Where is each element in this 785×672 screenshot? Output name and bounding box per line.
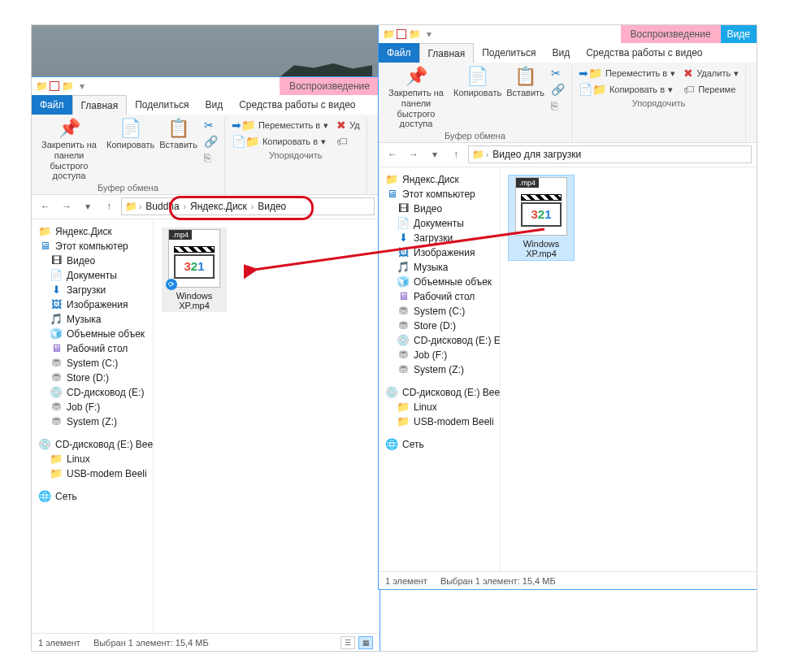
tree-item[interactable]: ⛃System (Z:) — [379, 362, 500, 377]
drag-arrow-annotation — [244, 219, 553, 284]
moveto-button[interactable]: ➡📁Переместить в ▾ — [577, 66, 677, 80]
up-button[interactable]: ↑ — [100, 197, 118, 215]
tree-item[interactable]: ⛃System (Z:) — [32, 414, 153, 429]
tab-home[interactable]: Главная — [419, 43, 475, 63]
up-button[interactable]: ↑ — [447, 145, 465, 163]
tree-item[interactable]: ⛃Store (D:) — [32, 371, 153, 385]
folder-icon: 📁 — [125, 201, 137, 212]
tree-item[interactable]: 📁Яндекс.Диск — [379, 172, 500, 187]
tree-item[interactable]: ⛃System (C:) — [32, 356, 153, 371]
context-tab-playback[interactable]: Воспроизведение — [280, 77, 379, 95]
shortcut-icon: ⎘ — [551, 99, 557, 112]
tree-item[interactable]: 📁Linux — [32, 452, 153, 466]
tree-item[interactable]: 📁USB-modem Beeli — [32, 466, 153, 481]
tree-item[interactable]: 💿CD-дисковод (E:) — [32, 385, 153, 400]
qat-btn[interactable] — [397, 29, 406, 39]
paste-button[interactable]: 📋Вставить — [506, 66, 544, 98]
tab-file[interactable]: Файл — [32, 95, 72, 115]
tree-item[interactable]: 🧊Объемные объек — [32, 327, 153, 341]
tree-item-icon: 📁 — [50, 467, 63, 480]
tree-item[interactable]: 🖥Рабочий стол — [32, 341, 153, 356]
group-label: Упорядочить — [269, 150, 322, 160]
forward-button[interactable]: → — [58, 197, 76, 215]
tab-view[interactable]: Вид — [197, 95, 231, 115]
rename-button[interactable]: 🏷Переиме — [682, 82, 740, 97]
tree-item[interactable]: ⛃Job (F:) — [32, 400, 153, 414]
pin-button[interactable]: 📌Закрепить на панели быстрого доступа — [37, 118, 102, 181]
dropdown-icon[interactable]: ▾ — [76, 80, 89, 93]
tab-videotools[interactable]: Средства работы с видео — [578, 43, 710, 63]
pasteshortcut-button[interactable]: ⎘ — [549, 98, 566, 113]
titlebar[interactable]: 📁 📁 ▾ Воспроизведение — [32, 77, 379, 95]
address-bar[interactable]: 📁 › Видео для загрузки — [468, 145, 752, 163]
dropdown-icon[interactable]: ▾ — [423, 28, 436, 41]
tree-item[interactable]: ⬇Загрузки — [32, 283, 153, 297]
tree-item[interactable]: 💿CD-дисковод (E:) Bee — [379, 385, 500, 400]
tree-item[interactable]: 🎵Музыка — [32, 312, 153, 327]
copyto-button[interactable]: 📄📁Копировать в ▾ — [577, 82, 677, 97]
tab-home[interactable]: Главная — [72, 95, 128, 115]
tree-item[interactable]: 🌐Сеть — [32, 489, 153, 504]
tree-item[interactable]: ⛃Store (D:) — [379, 319, 500, 333]
tree-item-icon: ⛃ — [50, 371, 63, 384]
sync-overlay-icon: ⟳ — [166, 279, 177, 290]
back-button[interactable]: ← — [384, 145, 401, 163]
tree-item-icon: 🎞 — [397, 202, 410, 215]
delete-button[interactable]: ✖Удалить ▾ — [682, 66, 740, 80]
pasteshortcut-button[interactable]: ⎘ — [202, 150, 219, 165]
tree-item[interactable]: 🖥Этот компьютер — [379, 187, 500, 202]
rename-button[interactable]: 🏷 — [335, 134, 362, 149]
crumb[interactable]: Видео для загрузки — [490, 149, 583, 160]
tree-item[interactable]: 🎞Видео — [379, 202, 500, 216]
tree-view[interactable]: 📁Яндекс.Диск🖥Этот компьютер🎞Видео📄Докуме… — [32, 219, 154, 633]
tree-item[interactable]: 💿CD-дисковод (E:) E — [379, 333, 500, 348]
titlebar[interactable]: 📁 📁 ▾ Воспроизведение Виде — [379, 25, 757, 43]
tree-item[interactable]: 🖥Рабочий стол — [379, 289, 500, 304]
tab-share[interactable]: Поделиться — [127, 95, 197, 115]
tab-share[interactable]: Поделиться — [474, 43, 544, 63]
tree-item[interactable]: 💿CD-дисковод (E:) Bee — [32, 437, 153, 452]
view-icons-button[interactable]: ▦ — [358, 636, 373, 649]
tree-item-icon: 📁 — [50, 453, 63, 466]
copy-button[interactable]: 📄Копировать — [106, 118, 154, 150]
tab-videotools[interactable]: Средства работы с видео — [231, 95, 363, 115]
moveto-icon: ➡📁 — [232, 119, 255, 132]
tree-item[interactable]: 🌐Сеть — [379, 437, 500, 452]
tree-item-label: Документы — [67, 270, 117, 281]
tree-item[interactable]: ⛃System (C:) — [379, 304, 500, 319]
copyto-button[interactable]: 📄📁Копировать в ▾ — [230, 134, 330, 149]
file-item[interactable]: .mp4 321 ⟳ Windows XP.mp4 — [162, 228, 227, 312]
tree-item[interactable]: 🎞Видео — [32, 254, 153, 268]
context-tab-playback[interactable]: Воспроизведение — [621, 25, 721, 43]
copypath-button[interactable]: 🔗 — [202, 134, 219, 149]
view-details-button[interactable]: ☰ — [340, 636, 355, 649]
pin-button[interactable]: 📌Закрепить на панели быстрого доступа — [384, 66, 449, 129]
cut-button[interactable]: ✂ — [202, 118, 219, 132]
tree-item[interactable]: 🖥Этот компьютер — [32, 239, 153, 254]
moveto-button[interactable]: ➡📁Переместить в ▾ — [230, 118, 330, 132]
forward-button[interactable]: → — [405, 145, 423, 163]
tree-item[interactable]: 📄Документы — [32, 268, 153, 283]
history-button[interactable]: ▾ — [79, 197, 97, 215]
tab-view[interactable]: Вид — [544, 43, 578, 63]
tree-item[interactable]: 📁Яндекс.Диск — [32, 224, 153, 239]
qat-btn[interactable] — [50, 81, 59, 91]
folder-icon: 📁 — [61, 80, 74, 93]
tree-item[interactable]: 🖼Изображения — [32, 297, 153, 312]
tree-item-label: Видео — [414, 203, 442, 215]
context-tab-more[interactable]: Виде — [721, 25, 757, 43]
tree-item-label: Рабочий стол — [414, 291, 475, 302]
tree-item[interactable]: 📁USB-modem Beeli — [379, 414, 500, 429]
back-button[interactable]: ← — [37, 197, 54, 215]
tab-file[interactable]: Файл — [379, 43, 419, 63]
tree-item-label: System (Z:) — [67, 416, 117, 427]
history-button[interactable]: ▾ — [426, 145, 444, 163]
delete-button[interactable]: ✖Уд — [335, 118, 362, 132]
copypath-button[interactable]: 🔗 — [549, 82, 566, 97]
copy-button[interactable]: 📄Копировать — [453, 66, 501, 98]
tree-item[interactable]: ⛃Job (F:) — [379, 348, 500, 362]
cut-button[interactable]: ✂ — [549, 66, 566, 80]
tree-item[interactable]: 📁Linux — [379, 400, 500, 414]
paste-button[interactable]: 📋Вставить — [159, 118, 197, 150]
tree-item-label: CD-дисковод (E:) Bee — [402, 387, 500, 398]
